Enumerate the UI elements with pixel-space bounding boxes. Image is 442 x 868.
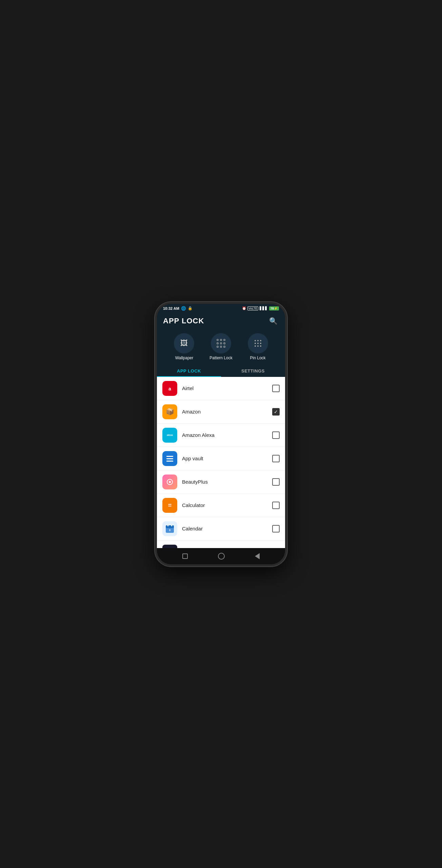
- status-left: 10:32 AM 🌐 🔒: [163, 306, 193, 311]
- pattern-lock-label: Pattern Lock: [209, 356, 232, 360]
- lock-icon: 🔒: [188, 306, 193, 310]
- svg-rect-7: [220, 346, 222, 347]
- wallpaper-button[interactable]: 🖼 Wallpaper: [174, 333, 194, 360]
- status-bar: 10:32 AM 🌐 🔒 ⏰ VoLTE ▋▋▋ 78⚡: [157, 304, 285, 312]
- alexa-icon: alexa: [162, 428, 177, 443]
- appvault-icon: [162, 451, 177, 466]
- airtel-name: Airtel: [182, 385, 272, 391]
- wallpaper-icon-circle: 🖼: [174, 333, 194, 354]
- tab-app-lock[interactable]: APP LOCK: [157, 365, 221, 377]
- alexa-checkbox[interactable]: [272, 431, 280, 439]
- beautyplus-icon: [162, 475, 177, 489]
- pattern-lock-icon-circle: [211, 333, 231, 354]
- beautyplus-name: BeautyPlus: [182, 479, 272, 485]
- list-item[interactable]: a Airtel: [157, 377, 285, 400]
- svg-rect-4: [220, 343, 222, 344]
- home-button[interactable]: [215, 551, 227, 561]
- svg-point-13: [257, 343, 259, 344]
- svg-rect-2: [224, 339, 225, 341]
- calendar-icon: ⠿: [162, 521, 177, 536]
- svg-rect-34: [167, 525, 168, 526]
- battery-display: 78⚡: [269, 306, 279, 310]
- svg-rect-26: [166, 458, 173, 459]
- signal-icon: ▋▋▋: [260, 306, 268, 310]
- svg-text:a: a: [168, 386, 171, 391]
- wallpaper-label: Wallpaper: [175, 356, 194, 360]
- svg-rect-33: [166, 525, 174, 528]
- calculator-name: Calculator: [182, 502, 272, 508]
- list-item[interactable]: alexa Amazon Alexa: [157, 424, 285, 447]
- beautyplus-checkbox[interactable]: [272, 478, 280, 486]
- airtel-icon: a: [162, 381, 177, 396]
- svg-rect-6: [217, 346, 218, 347]
- alarm-icon: ⏰: [242, 306, 246, 310]
- recent-apps-icon: [182, 553, 188, 559]
- pattern-lock-button[interactable]: Pattern Lock: [209, 333, 232, 360]
- tab-settings[interactable]: SETTINGS: [221, 365, 285, 377]
- app-list: a Airtel 📦 Amazon ✓ alexa Amazon Alexa: [157, 377, 285, 548]
- volte-icon: VoLTE: [247, 306, 258, 310]
- svg-text:📦: 📦: [166, 407, 174, 416]
- bottom-nav: [157, 548, 285, 564]
- svg-point-10: [257, 340, 259, 341]
- svg-rect-8: [224, 346, 225, 347]
- svg-text:alexa: alexa: [167, 434, 173, 436]
- svg-point-9: [255, 340, 256, 341]
- svg-point-17: [260, 345, 261, 347]
- svg-rect-5: [224, 343, 225, 344]
- pin-lock-button[interactable]: Pin Lock: [248, 333, 268, 360]
- svg-point-16: [257, 345, 259, 347]
- checkmark-icon: ✓: [274, 409, 278, 414]
- appvault-name: App vault: [182, 456, 272, 461]
- list-item[interactable]: CS CamScanner ✓: [157, 541, 285, 548]
- back-icon: [255, 553, 260, 559]
- appvault-checkbox[interactable]: [272, 455, 280, 462]
- svg-rect-25: [166, 456, 173, 457]
- svg-rect-27: [166, 461, 173, 462]
- time-display: 10:32 AM: [163, 306, 179, 310]
- svg-point-12: [255, 343, 256, 344]
- pin-lock-label: Pin Lock: [250, 356, 266, 360]
- svg-rect-1: [220, 339, 222, 341]
- app-header: APP LOCK 🔍 🖼 Wallpaper: [157, 312, 285, 365]
- list-item[interactable]: BeautyPlus: [157, 470, 285, 494]
- status-right: ⏰ VoLTE ▋▋▋ 78⚡: [242, 306, 279, 310]
- calendar-checkbox[interactable]: [272, 525, 280, 532]
- svg-rect-0: [217, 339, 218, 341]
- header-row: APP LOCK 🔍: [163, 316, 279, 330]
- svg-text:=: =: [168, 502, 172, 509]
- search-button[interactable]: 🔍: [268, 316, 279, 326]
- amazon-icon: 📦: [162, 404, 177, 419]
- recent-apps-button[interactable]: [180, 552, 190, 560]
- airtel-checkbox[interactable]: [272, 385, 280, 392]
- svg-point-29: [169, 481, 171, 483]
- world-icon: 🌐: [181, 306, 186, 311]
- list-item[interactable]: ⠿ Calendar: [157, 517, 285, 541]
- features-row: 🖼 Wallpaper: [163, 330, 279, 365]
- amazon-checkbox[interactable]: ✓: [272, 408, 280, 416]
- svg-text:⠿: ⠿: [169, 529, 171, 532]
- svg-point-14: [260, 343, 261, 344]
- back-button[interactable]: [252, 552, 262, 561]
- calendar-name: Calendar: [182, 526, 272, 531]
- svg-rect-3: [217, 343, 218, 344]
- list-item[interactable]: App vault: [157, 447, 285, 470]
- camscanner-icon: CS: [162, 545, 177, 548]
- list-item[interactable]: = Calculator: [157, 494, 285, 517]
- calculator-checkbox[interactable]: [272, 502, 280, 509]
- svg-point-11: [260, 340, 261, 341]
- calculator-icon: =: [162, 498, 177, 513]
- svg-rect-35: [171, 525, 172, 526]
- phone-frame: 10:32 AM 🌐 🔒 ⏰ VoLTE ▋▋▋ 78⚡ APP LOCK 🔍 …: [155, 302, 287, 566]
- home-icon: [218, 553, 225, 560]
- app-title: APP LOCK: [163, 317, 204, 325]
- pin-lock-icon-circle: [248, 333, 268, 354]
- amazon-name: Amazon: [182, 409, 272, 415]
- svg-point-15: [255, 345, 256, 347]
- list-item[interactable]: 📦 Amazon ✓: [157, 400, 285, 424]
- alexa-name: Amazon Alexa: [182, 432, 272, 438]
- tabs-row: APP LOCK SETTINGS: [157, 365, 285, 377]
